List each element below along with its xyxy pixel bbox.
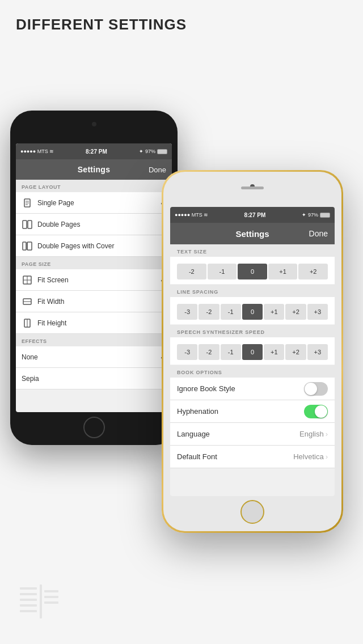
fit-height-icon <box>22 317 33 329</box>
fit-height-item[interactable]: Fit Height <box>16 312 172 334</box>
dark-carrier-text: ●●●●● MTS <box>20 149 48 154</box>
svg-rect-1 <box>20 593 37 595</box>
ls-plus1[interactable]: +1 <box>264 304 284 320</box>
speech-speed-header: SPEECH SYNTHESIZER SPEED <box>170 325 335 337</box>
hyphenation-label: Hyphenation <box>177 407 218 416</box>
fit-screen-item[interactable]: Fit Screen ✓ <box>16 269 172 291</box>
dark-phone-camera <box>92 122 96 126</box>
fit-screen-icon <box>22 274 33 286</box>
double-pages-cover-icon <box>22 240 33 252</box>
light-nav-title: Settings <box>235 229 269 239</box>
dark-statusbar: ●●●●● MTS ≋ 8:27 PM ✦ 97% <box>16 143 172 159</box>
light-battery: ✦ 97% <box>302 212 330 218</box>
ss-plus1[interactable]: +1 <box>264 344 284 360</box>
dark-battery: ✦ 97% <box>139 149 167 154</box>
page-layout-header: PAGE LAYOUT <box>16 180 172 192</box>
fit-width-item[interactable]: Fit Width <box>16 291 172 312</box>
light-carrier: ●●●●● MTS ≋ <box>175 212 208 218</box>
ss-minus1[interactable]: -1 <box>221 344 241 360</box>
dark-phone-screen: ●●●●● MTS ≋ 8:27 PM ✦ 97% Settings Done … <box>16 143 172 412</box>
dark-battery-pct: 97% <box>145 149 155 154</box>
light-wifi-icon: ≋ <box>204 212 208 218</box>
light-done-button[interactable]: Done <box>309 229 328 238</box>
default-font-text: Helvetica <box>293 452 323 461</box>
book-options-header: BOOK OPTIONS <box>170 365 335 378</box>
dark-navbar: Settings Done <box>16 159 172 180</box>
ss-minus2[interactable]: -2 <box>199 344 219 360</box>
text-size-plus2[interactable]: +2 <box>298 264 328 279</box>
default-font-chevron-icon: › <box>326 452 328 461</box>
light-phone-screen: ●●●●● MTS ≋ 8:27 PM ✦ 97% Settings Done … <box>170 207 335 496</box>
default-font-row[interactable]: Default Font Helvetica › <box>170 446 335 468</box>
ss-plus3[interactable]: +3 <box>307 344 328 360</box>
svg-rect-6 <box>44 590 58 592</box>
light-home-button[interactable] <box>240 500 264 524</box>
fit-width-icon <box>22 296 33 307</box>
none-effect-label: None <box>22 353 155 361</box>
sepia-effect-label: Sepia <box>22 375 166 383</box>
ls-plus2[interactable]: +2 <box>285 304 306 320</box>
ls-minus3[interactable]: -3 <box>177 304 197 320</box>
text-size-plus1[interactable]: +1 <box>268 264 298 279</box>
page-size-header: PAGE SIZE <box>16 257 172 269</box>
single-page-item[interactable]: Single Page ✓ <box>16 192 172 214</box>
sepia-effect-item[interactable]: Sepia <box>16 368 172 389</box>
svg-rect-13 <box>23 221 27 228</box>
hyphenation-toggle[interactable] <box>304 405 328 418</box>
svg-rect-16 <box>27 242 32 250</box>
text-size-zero[interactable]: 0 <box>238 264 267 279</box>
double-pages-cover-item[interactable]: Double Pages with Cover <box>16 235 172 257</box>
ls-plus3[interactable]: +3 <box>307 304 328 320</box>
default-font-value: Helvetica › <box>293 452 328 461</box>
light-phone-speaker <box>241 187 264 189</box>
ignore-book-style-toggle[interactable] <box>304 382 328 396</box>
hyphenation-row[interactable]: Hyphenation <box>170 400 335 423</box>
ss-plus2[interactable]: +2 <box>285 344 306 360</box>
ss-zero[interactable]: 0 <box>242 344 263 360</box>
svg-rect-7 <box>44 596 58 598</box>
double-pages-icon <box>22 219 33 230</box>
default-font-label: Default Font <box>177 452 217 461</box>
effects-header: EFFECTS <box>16 334 172 346</box>
ignore-book-style-row[interactable]: Ignore Book Style <box>170 378 335 400</box>
line-spacing-buttons: -3 -2 -1 0 +1 +2 +3 <box>177 304 328 320</box>
svg-rect-3 <box>20 604 37 607</box>
none-effect-item[interactable]: None ✓ <box>16 346 172 368</box>
ls-zero[interactable]: 0 <box>242 304 263 320</box>
line-spacing-header: LINE SPACING <box>170 285 335 297</box>
light-carrier-text: ●●●●● MTS <box>175 212 202 218</box>
text-size-header: TEXT SIZE <box>170 244 335 257</box>
double-pages-item[interactable]: Double Pages <box>16 214 172 235</box>
light-battery-bar <box>320 213 330 218</box>
dark-nav-title: Settings <box>78 165 111 174</box>
text-size-minus1[interactable]: -1 <box>208 264 237 279</box>
text-size-minus2[interactable]: -2 <box>177 264 206 279</box>
dark-done-button[interactable]: Done <box>149 166 166 174</box>
light-statusbar: ●●●●● MTS ≋ 8:27 PM ✦ 97% <box>170 207 335 223</box>
language-text: English <box>299 430 324 438</box>
single-page-icon <box>22 197 33 209</box>
fit-screen-label: Fit Screen <box>37 276 155 284</box>
page-title: DIFFERENT SETTINGS <box>16 16 187 33</box>
text-size-buttons: -2 -1 0 +1 +2 <box>177 264 328 279</box>
ss-minus3[interactable]: -3 <box>177 344 197 360</box>
dark-time: 8:27 PM <box>86 149 107 155</box>
dark-carrier: ●●●●● MTS ≋ <box>20 149 54 154</box>
single-page-label: Single Page <box>37 199 155 207</box>
light-time: 8:27 PM <box>244 212 265 218</box>
dark-home-button[interactable] <box>83 417 105 438</box>
svg-rect-0 <box>20 587 37 590</box>
text-size-stepper: -2 -1 0 +1 +2 <box>170 257 335 284</box>
light-navbar: Settings Done <box>170 223 335 244</box>
dark-bt-icon: ✦ <box>139 149 143 154</box>
ls-minus2[interactable]: -2 <box>199 304 219 320</box>
light-phone: ●●●●● MTS ≋ 8:27 PM ✦ 97% Settings Done … <box>162 170 343 533</box>
language-row[interactable]: Language English › <box>170 423 335 446</box>
ls-minus1[interactable]: -1 <box>221 304 241 320</box>
svg-rect-4 <box>20 610 37 612</box>
language-value: English › <box>299 430 328 438</box>
svg-rect-5 <box>40 584 42 618</box>
svg-rect-14 <box>28 221 32 228</box>
dark-wifi-icon: ≋ <box>49 149 54 154</box>
double-pages-label: Double Pages <box>37 221 166 228</box>
